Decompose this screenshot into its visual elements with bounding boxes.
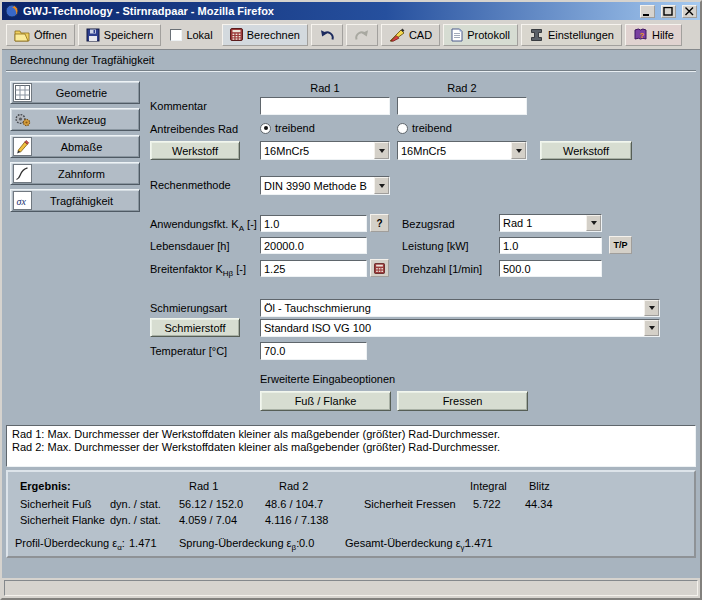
ka-label: Anwendungsfkt. KA [-] (150, 218, 257, 233)
flanke-row-label: Sicherheit Flanke (20, 514, 105, 526)
chevron-down-icon[interactable] (374, 177, 389, 194)
local-checkbox[interactable] (170, 29, 182, 41)
sprung-ueberdeckung-label: Sprung-Überdeckung εβ: (179, 537, 299, 552)
material-rad2-select[interactable]: 16MnCr5 (397, 141, 527, 160)
drehzahl-label: Drehzahl [1/min] (402, 263, 482, 275)
floppy-disk-icon (86, 28, 100, 42)
driving-rad2-radio[interactable] (397, 123, 408, 134)
sidebar-item-label: Abmaße (32, 141, 139, 153)
material-button-right[interactable]: Werkstoff (540, 141, 632, 160)
fuss-rad2-value: 48.6 / 104.7 (265, 498, 323, 510)
maximize-button[interactable] (661, 5, 676, 18)
results-title: Ergebnis: (20, 480, 71, 492)
sidebar-item-label: Geometrie (32, 87, 139, 99)
method-select[interactable]: DIN 3990 Methode B (260, 176, 390, 195)
titlebar: GWJ-Technology - Stirnradpaar - Mozilla … (2, 2, 700, 20)
sidebar-item-zahnform[interactable]: Zahnform (10, 162, 140, 185)
drehzahl-input[interactable] (499, 260, 602, 277)
temperatur-label: Temperatur [°C] (150, 345, 227, 357)
lebensdauer-input[interactable] (260, 237, 367, 254)
open-button-label: Öffnen (34, 29, 67, 41)
driving-rad1-radio-group[interactable]: treibend (260, 122, 315, 134)
cad-ruler-pencil-icon (389, 28, 405, 42)
help-book-icon: ? (633, 28, 648, 41)
chevron-down-icon[interactable] (644, 320, 659, 336)
comment-rad2-input[interactable] (397, 97, 527, 115)
fuss-rad1-value: 56.12 / 152.0 (179, 498, 243, 510)
page-title: Berechnung der Tragfähigkeit (10, 54, 154, 66)
fuss-flanke-button[interactable]: Fuß / Flanke (260, 391, 391, 411)
lebensdauer-label: Lebensdauer [h] (150, 240, 230, 252)
chevron-down-icon[interactable] (586, 215, 601, 231)
schmierstoff-button[interactable]: Schmierstoff (150, 318, 240, 337)
minimize-button[interactable] (640, 5, 655, 18)
help-button[interactable]: ? Hilfe (625, 24, 682, 46)
calculate-button[interactable]: Berechnen (222, 24, 308, 46)
profil-ueberdeckung-label: Profil-Überdeckung εα: (15, 537, 125, 552)
flanke-row-mode: dyn. / stat. (110, 514, 161, 526)
advanced-options-label: Erweiterte Eingabeoptionen (260, 373, 395, 385)
driving-rad2-radio-group[interactable]: treibend (397, 122, 452, 134)
flanke-rad2-value: 4.116 / 7.138 (265, 514, 328, 526)
bezugsrad-value: Rad 1 (500, 217, 586, 229)
close-button[interactable] (682, 5, 697, 18)
calculate-button-label: Berechnen (247, 29, 300, 41)
column-header-rad1: Rad 1 (260, 82, 390, 94)
material-rad2-value: 16MnCr5 (398, 145, 511, 157)
bezugsrad-label: Bezugsrad (402, 218, 455, 230)
open-button[interactable]: Öffnen (6, 24, 75, 46)
save-button[interactable]: Speichern (78, 24, 162, 46)
protocol-button[interactable]: Protokoll (443, 24, 518, 46)
main-area: Berechnung der Tragfähigkeit Geometrie (2, 50, 700, 578)
leistung-input[interactable] (499, 237, 602, 254)
status-bar-field (4, 580, 698, 596)
ka-help-button[interactable]: ? (370, 214, 389, 232)
comment-rad1-input[interactable] (260, 97, 390, 115)
chevron-down-icon[interactable] (511, 142, 526, 159)
results-col-rad1: Rad 1 (189, 480, 218, 492)
fressen-button[interactable]: Fressen (397, 391, 528, 411)
ka-input[interactable] (260, 215, 367, 232)
gesamt-ueberdeckung-label: Gesamt-Überdeckung εγ: (345, 537, 468, 552)
sidebar-item-abmasse[interactable]: Abmaße (10, 135, 140, 158)
comment-label: Kommentar (150, 100, 207, 112)
sidebar-item-geometrie[interactable]: Geometrie (10, 81, 140, 104)
method-label: Rechenmethode (150, 179, 231, 191)
redo-button[interactable] (346, 24, 378, 46)
fuss-row-label: Sicherheit Fuß (20, 498, 92, 510)
temperatur-input[interactable] (260, 342, 367, 360)
driving-rad1-radio[interactable] (260, 123, 271, 134)
local-checkbox-group[interactable]: Lokal (164, 29, 218, 41)
sidebar-item-label: Zahnform (32, 168, 139, 180)
warning-message-box: Rad 1: Max. Durchmesser der Werkstoffdat… (6, 425, 696, 467)
sidebar-item-werkzeug[interactable]: Werkzeug (10, 108, 140, 131)
bezugsrad-select[interactable]: Rad 1 (499, 214, 602, 232)
schmierungsart-select[interactable]: Öl - Tauchschmierung (260, 299, 660, 317)
driving-rad1-radio-label: treibend (275, 122, 315, 134)
khb-input[interactable] (260, 260, 367, 277)
tooth-profile-icon (13, 164, 32, 183)
application-window: GWJ-Technology - Stirnradpaar - Mozilla … (0, 0, 702, 600)
pencil-paper-icon (13, 137, 32, 156)
message-line: Rad 2: Max. Durchmesser der Werkstoffdat… (12, 441, 690, 454)
chevron-down-icon[interactable] (644, 300, 659, 316)
toolbar: Öffnen Speichern Lokal (2, 20, 700, 50)
fuss-row-mode: dyn. / stat. (110, 498, 161, 510)
gesamt-ueberdeckung-value: 1.471 (465, 537, 493, 549)
cad-button[interactable]: CAD (381, 24, 440, 46)
schmierungsart-value: Öl - Tauchschmierung (261, 302, 644, 314)
schmierstoff-select[interactable]: Standard ISO VG 100 (260, 319, 660, 337)
chevron-down-icon[interactable] (374, 142, 389, 159)
material-rad1-select[interactable]: 16MnCr5 (260, 141, 390, 160)
sidebar-item-tragfaehigkeit[interactable]: σx Tragfähigkeit (10, 189, 140, 212)
header-divider (6, 70, 696, 72)
schmierungsart-label: Schmierungsart (150, 302, 227, 314)
settings-button[interactable]: Einstellungen (521, 24, 622, 46)
material-button-left[interactable]: Werkstoff (150, 141, 240, 160)
undo-button[interactable] (311, 24, 343, 46)
khb-calculator-button[interactable] (370, 259, 389, 277)
fressen-blitz-value: 44.34 (525, 498, 553, 510)
redo-icon (354, 29, 370, 41)
settings-clamp-icon (529, 28, 544, 42)
tp-toggle-button[interactable]: T/P (609, 236, 632, 254)
